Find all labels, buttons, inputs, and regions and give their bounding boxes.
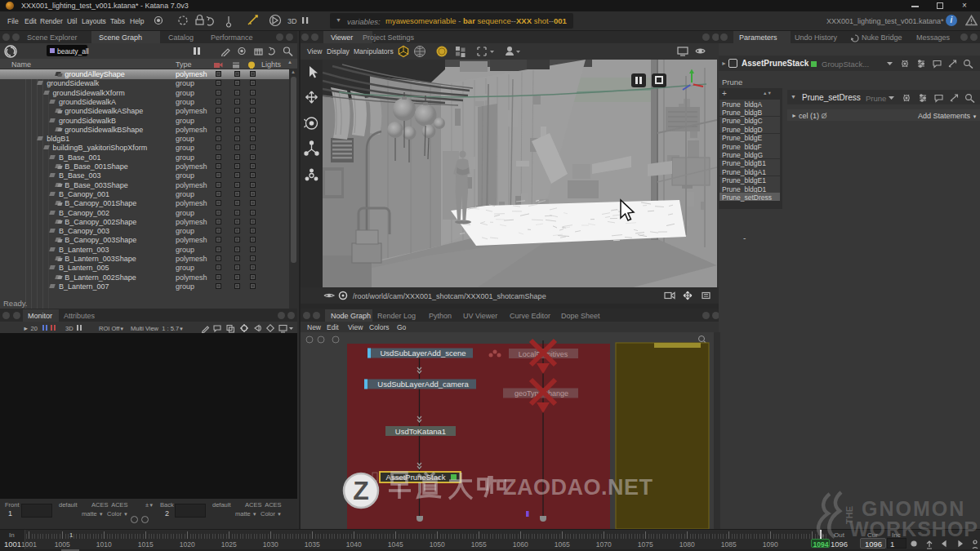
svg-text:UsdSubLayerAdd_scene: UsdSubLayerAdd_scene: [380, 349, 466, 358]
svg-text:UsdSubLayerAdd_camera: UsdSubLayerAdd_camera: [377, 380, 469, 389]
svg-text:ZAODAO.NET: ZAODAO.NET: [503, 475, 653, 500]
svg-text:UsdToKatana1: UsdToKatana1: [395, 427, 446, 436]
svg-text:WORKSHOP: WORKSHOP: [849, 518, 978, 540]
svg-text:GNOMON: GNOMON: [862, 497, 965, 520]
svg-text:Z: Z: [353, 476, 369, 505]
svg-text:3D: 3D: [287, 17, 297, 25]
